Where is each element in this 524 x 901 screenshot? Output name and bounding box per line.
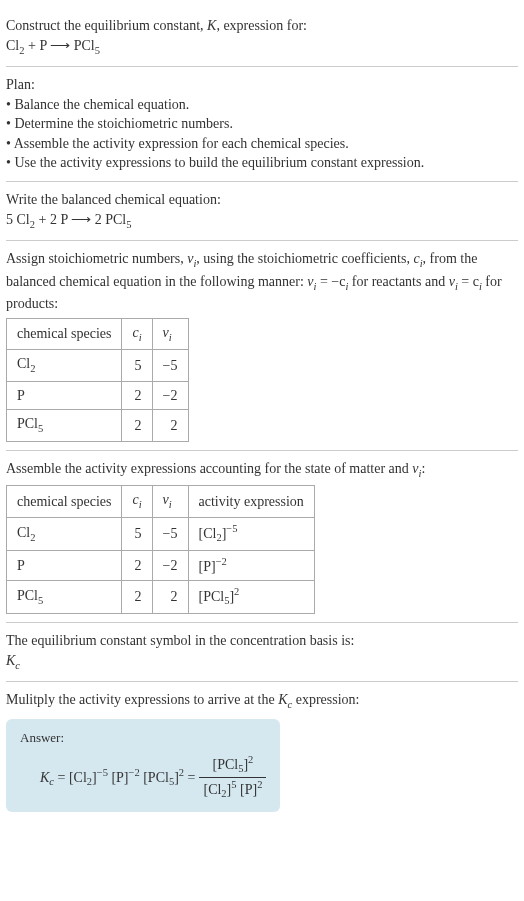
sub5: 5 bbox=[38, 423, 43, 434]
text: expression: bbox=[292, 692, 359, 707]
table-row: P 2 −2 [P]−2 bbox=[7, 550, 315, 580]
sub5: 5 bbox=[126, 218, 131, 229]
col-ci: ci bbox=[122, 318, 152, 349]
cell: 2 bbox=[152, 581, 188, 614]
col-nui: νi bbox=[152, 318, 188, 349]
stoich-table: chemical species ci νi Cl2 5 −5 P 2 −2 P… bbox=[6, 318, 189, 442]
cell: −5 bbox=[152, 350, 188, 381]
text: Construct the equilibrium constant, bbox=[6, 18, 207, 33]
lhs: Kc = [Cl2]−5 [P]−2 [PCl5]2 = bbox=[40, 766, 195, 790]
denominator: [Cl2]5 [P]2 bbox=[199, 778, 266, 802]
multiply-section: Mulitply the activity expressions to arr… bbox=[6, 682, 518, 820]
text: PCl bbox=[17, 416, 38, 431]
k-symbol: K bbox=[207, 18, 216, 33]
sub-c: c bbox=[15, 660, 20, 671]
text: Cl bbox=[17, 525, 30, 540]
cell: Cl2 bbox=[7, 517, 122, 550]
numerator: [PCl5]2 bbox=[199, 753, 266, 778]
activity-intro: Assemble the activity expressions accoun… bbox=[6, 459, 518, 481]
kc-symbol: Kc bbox=[6, 651, 518, 673]
text: Mulitply the activity expressions to arr… bbox=[6, 692, 278, 707]
cl2: Cl bbox=[6, 38, 19, 53]
cell: 5 bbox=[122, 350, 152, 381]
cell: Cl2 bbox=[7, 350, 122, 381]
cell: −5 bbox=[152, 517, 188, 550]
symbol-section: The equilibrium constant symbol in the c… bbox=[6, 623, 518, 682]
text: for reactants and bbox=[348, 274, 448, 289]
cell: −2 bbox=[152, 381, 188, 410]
answer-label: Answer: bbox=[20, 729, 266, 747]
plan-item: • Determine the stoichiometric numbers. bbox=[6, 114, 518, 134]
cell: 2 bbox=[122, 550, 152, 580]
text: + 2 P bbox=[35, 212, 71, 227]
stoich-intro: Assign stoichiometric numbers, νi, using… bbox=[6, 249, 518, 314]
cell: P bbox=[7, 381, 122, 410]
cell: 2 bbox=[122, 581, 152, 614]
exp: 2 bbox=[257, 779, 262, 790]
activity-section: Assemble the activity expressions accoun… bbox=[6, 451, 518, 624]
text: 5 Cl bbox=[6, 212, 30, 227]
col-species: chemical species bbox=[7, 486, 122, 517]
unbalanced-equation: Cl2 + P ⟶ PCl5 bbox=[6, 36, 518, 58]
sub5: 5 bbox=[95, 44, 100, 55]
plan-item: • Assemble the activity expression for e… bbox=[6, 134, 518, 154]
plus: + P bbox=[24, 38, 50, 53]
text: [PCl bbox=[213, 757, 239, 772]
sub5: 5 bbox=[38, 595, 43, 606]
text: Cl bbox=[17, 356, 30, 371]
header-line1: Construct the equilibrium constant, K, e… bbox=[6, 16, 518, 36]
cell: [Cl2]−5 bbox=[188, 517, 314, 550]
table-header-row: chemical species ci νi activity expressi… bbox=[7, 486, 315, 517]
text: : bbox=[421, 461, 425, 476]
table-row: Cl2 5 −5 bbox=[7, 350, 189, 381]
text: [Cl bbox=[203, 782, 221, 797]
col-species: chemical species bbox=[7, 318, 122, 349]
balanced-equation: 5 Cl2 + 2 P ⟶ 2 PCl5 bbox=[6, 210, 518, 232]
cell: −2 bbox=[152, 550, 188, 580]
cell: 5 bbox=[122, 517, 152, 550]
col-ci: ci bbox=[122, 486, 152, 517]
stoichiometric-section: Assign stoichiometric numbers, νi, using… bbox=[6, 241, 518, 451]
exp: −2 bbox=[216, 556, 227, 567]
cell: [P]−2 bbox=[188, 550, 314, 580]
table-row: PCl5 2 2 bbox=[7, 410, 189, 441]
text: [P] bbox=[108, 769, 129, 784]
text: = [Cl bbox=[54, 769, 87, 784]
table-row: PCl5 2 2 [PCl5]2 bbox=[7, 581, 315, 614]
cell: [PCl5]2 bbox=[188, 581, 314, 614]
activity-table: chemical species ci νi activity expressi… bbox=[6, 485, 315, 614]
col-nui: νi bbox=[152, 486, 188, 517]
balanced-title: Write the balanced chemical equation: bbox=[6, 190, 518, 210]
text: [P] bbox=[237, 782, 258, 797]
text: Assign stoichiometric numbers, bbox=[6, 251, 187, 266]
cell: P bbox=[7, 550, 122, 580]
sub2: 2 bbox=[30, 531, 35, 542]
sub-i: i bbox=[139, 331, 142, 342]
exp: 2 bbox=[248, 754, 253, 765]
text: PCl bbox=[17, 588, 38, 603]
table-row: Cl2 5 −5 [Cl2]−5 bbox=[7, 517, 315, 550]
plan-item: • Balance the chemical equation. bbox=[6, 95, 518, 115]
k: K bbox=[278, 692, 287, 707]
text: [P] bbox=[199, 559, 216, 574]
plan-item: • Use the activity expressions to build … bbox=[6, 153, 518, 173]
cell: 2 bbox=[152, 410, 188, 441]
text: , using the stoichiometric coefficients, bbox=[196, 251, 413, 266]
text: [Cl bbox=[199, 525, 217, 540]
text: [PCl bbox=[140, 769, 169, 784]
multiply-intro: Mulitply the activity expressions to arr… bbox=[6, 690, 518, 712]
k: K bbox=[6, 653, 15, 668]
cell: 2 bbox=[122, 381, 152, 410]
sub-i: i bbox=[139, 499, 142, 510]
text: = −c bbox=[316, 274, 345, 289]
cell: PCl5 bbox=[7, 410, 122, 441]
exp: −2 bbox=[129, 767, 140, 778]
exp: −5 bbox=[97, 767, 108, 778]
answer-box: Answer: Kc = [Cl2]−5 [P]−2 [PCl5]2 = [PC… bbox=[6, 719, 280, 812]
col-activity: activity expression bbox=[188, 486, 314, 517]
cell: PCl5 bbox=[7, 581, 122, 614]
balanced-section: Write the balanced chemical equation: 5 … bbox=[6, 182, 518, 241]
symbol-intro: The equilibrium constant symbol in the c… bbox=[6, 631, 518, 651]
kc-equation: Kc = [Cl2]−5 [P]−2 [PCl5]2 = [PCl5]2 [Cl… bbox=[20, 753, 266, 802]
cell: 2 bbox=[122, 410, 152, 441]
